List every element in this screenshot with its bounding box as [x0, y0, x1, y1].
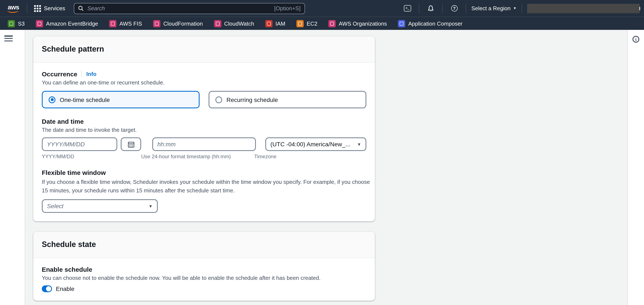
cloudshell-icon: >_ — [404, 5, 411, 12]
organizations-icon — [328, 20, 336, 27]
calendar-picker-button[interactable] — [121, 137, 141, 151]
favorite-application-composer[interactable]: Application Composer — [398, 20, 462, 27]
schedule-state-card: Schedule state Enable schedule You can c… — [33, 232, 375, 301]
fis-icon — [109, 20, 116, 27]
favorite-label: Application Composer — [408, 20, 462, 27]
schedule-pattern-card: Schedule pattern Occurrence Info You can… — [33, 36, 375, 222]
search-box[interactable]: [Option+S] — [74, 3, 305, 14]
occurrence-description: You can define an one-time or recurrent … — [42, 79, 366, 86]
aws-smile-icon — [7, 10, 19, 13]
ec2-icon — [296, 20, 304, 27]
chevron-down-icon: ▼ — [513, 6, 516, 10]
favorite-s3[interactable]: S3 — [8, 20, 25, 27]
application-composer-icon — [398, 20, 405, 27]
favorite-organizations[interactable]: AWS Organizations — [328, 20, 387, 27]
favorite-label: AWS Organizations — [339, 20, 387, 27]
services-menu-button[interactable]: Services — [32, 5, 68, 12]
favorite-label: AWS FIS — [120, 20, 142, 27]
recurring-schedule-tile[interactable]: Recurring schedule — [208, 91, 366, 108]
iam-icon — [265, 20, 272, 27]
occurrence-options: One-time schedule Recurring schedule — [42, 91, 366, 108]
favorite-iam[interactable]: IAM — [265, 20, 285, 27]
occurrence-label-row: Occurrence Info — [42, 70, 366, 78]
tile-label: One-time schedule — [60, 96, 110, 103]
date-time-label: Date and time — [42, 118, 366, 125]
occurrence-label: Occurrence — [42, 70, 78, 78]
search-icon — [78, 6, 84, 11]
enable-toggle-label: Enable — [56, 286, 74, 292]
cloudshell-button[interactable]: >_ — [401, 3, 414, 14]
timezone-select[interactable]: (UTC -04:00) America/New_... ▼ — [265, 137, 366, 151]
occurrence-info-link[interactable]: Info — [86, 71, 96, 77]
card-title: Schedule pattern — [42, 45, 366, 54]
aws-logo[interactable]: aws — [4, 4, 22, 13]
date-time-description: The date and time to invoke the target. — [42, 127, 366, 133]
divider — [522, 4, 522, 13]
divider — [466, 4, 466, 13]
main-area: Schedule pattern Occurrence Info You can… — [0, 30, 644, 305]
divider — [82, 71, 82, 77]
favorite-ec2[interactable]: EC2 — [296, 20, 318, 27]
radio-selected-icon[interactable] — [48, 96, 56, 103]
topbar-right-group: >_ ? Select a Region ▼ — [401, 3, 640, 14]
card-title: Schedule state — [42, 240, 366, 249]
favorite-fis[interactable]: AWS FIS — [109, 20, 142, 27]
search-input[interactable] — [86, 5, 271, 12]
enable-toggle[interactable] — [42, 286, 52, 292]
s3-icon — [8, 20, 15, 27]
enable-toggle-row: Enable — [42, 286, 366, 292]
divider — [27, 4, 27, 13]
cloudformation-icon — [153, 20, 160, 27]
account-menu-redacted[interactable] — [527, 4, 640, 13]
chevron-down-icon: ▼ — [148, 204, 153, 208]
flexible-window-description: If you choose a flexible time window, Sc… — [42, 178, 370, 195]
info-icon[interactable]: i — [632, 36, 639, 43]
help-panel-collapsed: i — [627, 30, 644, 305]
timezone-value: (UTC -04:00) America/New_... — [270, 141, 350, 148]
occurrence-field: Occurrence Info You can define an one-ti… — [42, 70, 366, 108]
favorite-cloudwatch[interactable]: CloudWatch — [214, 20, 254, 27]
enable-schedule-description: You can choose not to enable the schedul… — [42, 275, 366, 281]
date-time-field: Date and time The date and time to invok… — [42, 118, 366, 160]
region-selector[interactable]: Select a Region ▼ — [472, 5, 516, 12]
flexible-time-window-field: Flexible time window If you choose a fle… — [42, 169, 366, 213]
services-label: Services — [44, 5, 65, 12]
bell-icon — [428, 5, 434, 12]
cloudwatch-icon — [214, 20, 221, 27]
help-icon: ? — [451, 5, 458, 12]
date-constraint: YYYY/MM/DD — [42, 154, 141, 160]
favorite-cloudformation[interactable]: CloudFormation — [153, 20, 203, 27]
date-input[interactable] — [42, 137, 117, 151]
favorite-label: Amazon EventBridge — [46, 20, 98, 27]
schedule-pattern-header: Schedule pattern — [33, 36, 375, 63]
favorites-bar: S3 Amazon EventBridge AWS FIS CloudForma… — [0, 17, 644, 30]
notifications-button[interactable] — [424, 3, 437, 14]
select-placeholder: Select — [47, 203, 64, 210]
schedule-state-body: Enable schedule You can choose not to en… — [33, 258, 375, 301]
flexible-window-select[interactable]: Select ▼ — [42, 200, 158, 213]
help-button[interactable]: ? — [448, 3, 461, 14]
eventbridge-icon — [36, 20, 43, 27]
open-menu-button[interactable] — [4, 36, 13, 42]
one-time-schedule-tile[interactable]: One-time schedule — [42, 91, 200, 108]
chevron-down-icon: ▼ — [357, 142, 361, 146]
divider — [419, 4, 420, 13]
text-cursor — [639, 6, 640, 10]
favorite-label: IAM — [276, 20, 285, 27]
aws-logo-text: aws — [8, 4, 19, 11]
favorite-label: CloudWatch — [224, 20, 254, 27]
search-shortcut-hint: [Option+S] — [274, 5, 301, 12]
radio-unselected-icon[interactable] — [216, 96, 222, 103]
favorite-eventbridge[interactable]: Amazon EventBridge — [36, 20, 98, 27]
date-time-inputs: (UTC -04:00) America/New_... ▼ — [42, 137, 366, 151]
services-grid-icon — [34, 5, 41, 12]
favorite-label: S3 — [18, 20, 25, 27]
side-navigation-collapsed — [0, 30, 25, 305]
divider — [442, 4, 443, 13]
time-input[interactable] — [152, 137, 256, 151]
region-label: Select a Region — [472, 5, 511, 12]
toggle-knob — [46, 286, 51, 292]
schedule-pattern-body: Occurrence Info You can define an one-ti… — [33, 63, 375, 222]
top-nav-bar: aws Services [Option+S] >_ — [0, 0, 644, 17]
calendar-icon — [127, 140, 134, 148]
